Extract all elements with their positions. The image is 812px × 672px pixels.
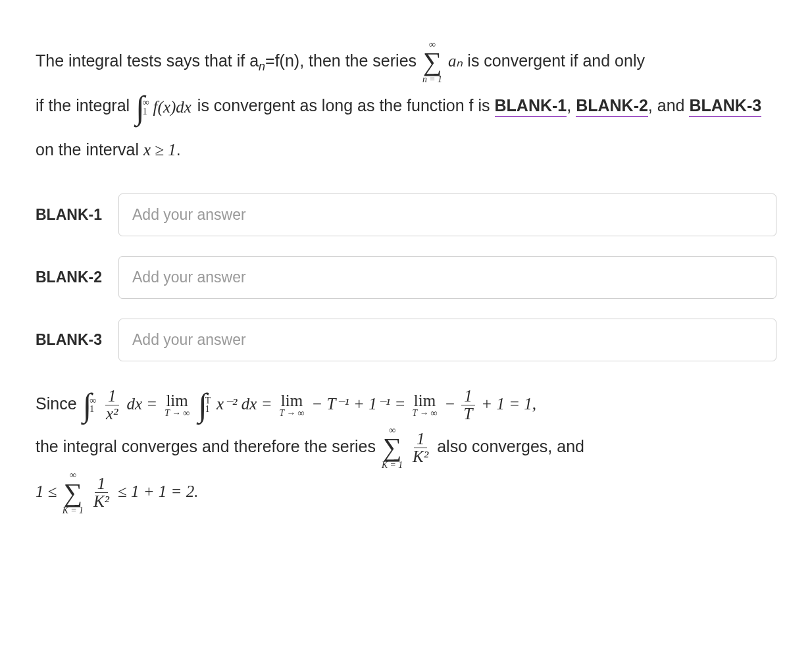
lim-label: lim	[166, 392, 188, 409]
sum-lower-bound: K = 1	[63, 506, 84, 515]
text-segment: if the integral	[36, 96, 134, 115]
text-segment: also converges, and	[437, 437, 584, 455]
summation-bound: ∞ ∑ K = 1	[63, 471, 84, 515]
integral-1-over-x2: ∫ ∞ 1	[82, 388, 96, 421]
lim-bound: T → ∞	[165, 409, 190, 418]
inequality-tail: ≤ 1 + 1 = 2.	[118, 482, 198, 500]
sigma-icon: ∑	[383, 434, 402, 461]
inequality-lead: 1 ≤	[36, 482, 61, 500]
text-segment: is convergent if and only	[467, 51, 645, 70]
interval-expression: x ≥ 1	[143, 141, 176, 159]
integral-x-neg2: ∫ T 1	[198, 388, 211, 421]
fraction-1-over-K2: 1 K²	[410, 430, 431, 466]
text-segment: is convergent as long as the function f …	[197, 96, 495, 115]
blank-1-reference: BLANK-1	[495, 96, 567, 117]
minus-sign: −	[444, 395, 459, 413]
text-segment: the integral converges and therefore the…	[36, 437, 380, 455]
denominator: x²	[103, 405, 121, 423]
blank-2-reference: BLANK-2	[576, 96, 648, 117]
lim-bound: T → ∞	[280, 409, 305, 418]
blank-3-label: BLANK-3	[36, 331, 118, 349]
sum-lower-bound: n = 1	[422, 75, 442, 84]
summation-1-over-k2: ∞ ∑ K = 1	[382, 426, 403, 471]
integral-icon: ∫	[82, 388, 91, 421]
fraction-1-over-K2-b: 1 K²	[91, 475, 112, 511]
limit-2: lim T → ∞	[280, 392, 305, 418]
integral-icon: ∫	[198, 388, 207, 421]
denominator: K²	[410, 448, 431, 465]
limit-3: lim T → ∞	[413, 392, 438, 418]
blank-2-label: BLANK-2	[36, 269, 118, 286]
text-segment: + 1 = 1,	[481, 395, 536, 413]
answer-row-blank-1: BLANK-1	[36, 194, 776, 236]
answers-section: BLANK-1 BLANK-2 BLANK-3	[36, 194, 776, 361]
sigma-icon: ∑	[423, 49, 442, 75]
integral-fx: ∫ ∞ 1 f(x)dx	[136, 86, 191, 128]
text-segment: , and	[648, 96, 690, 115]
text-segment: on the interval	[36, 140, 143, 159]
answer-row-blank-3: BLANK-3	[36, 319, 776, 361]
lim-label: lim	[414, 392, 436, 409]
denominator: T	[461, 405, 475, 423]
text-segment: − T⁻¹ + 1⁻¹ =	[311, 395, 409, 413]
blank-3-reference: BLANK-3	[689, 96, 761, 117]
blank-1-label: BLANK-1	[36, 206, 118, 224]
question-text: The integral tests says that if an=f(n),…	[36, 39, 776, 171]
solution-line-1: Since ∫ ∞ 1 1 x² dx = lim T → ∞ ∫ T	[36, 382, 776, 425]
solution-line-3: 1 ≤ ∞ ∑ K = 1 1 K² ≤ 1 + 1 = 2.	[36, 470, 776, 515]
text-segment: =f(n), then the series	[265, 51, 421, 70]
text-segment: dx =	[127, 395, 158, 413]
sum-lower-bound: K = 1	[382, 461, 403, 470]
blank-2-input[interactable]	[118, 256, 776, 299]
denominator: K²	[91, 493, 112, 510]
lim-label: lim	[281, 392, 303, 409]
numerator: 1	[414, 430, 428, 448]
text-segment: The integral tests says that if a	[36, 51, 259, 70]
answer-row-blank-2: BLANK-2	[36, 256, 776, 299]
blank-1-input[interactable]	[118, 194, 776, 236]
lim-bound: T → ∞	[413, 409, 438, 418]
solution-line-2: the integral converges and therefore the…	[36, 425, 776, 470]
sigma-icon: ∑	[64, 480, 83, 506]
summation-an: ∞ ∑ n = 1	[422, 40, 442, 85]
fraction-1-over-T: 1 T	[461, 388, 475, 423]
integral-icon: ∫	[136, 91, 145, 124]
blank-3-input[interactable]	[118, 319, 776, 361]
solution-text: Since ∫ ∞ 1 1 x² dx = lim T → ∞ ∫ T	[36, 382, 776, 515]
integrand: f(x)dx	[153, 86, 191, 128]
numerator: 1	[105, 388, 119, 405]
integrand-2: x⁻² dx =	[216, 395, 272, 413]
question-page: The integral tests says that if an=f(n),…	[0, 0, 812, 541]
subscript-n: n	[259, 60, 265, 73]
text-segment: Since	[36, 394, 81, 413]
sum-term: aₙ	[448, 52, 463, 70]
text-segment: ,	[567, 96, 576, 115]
numerator: 1	[95, 475, 109, 493]
text-segment: .	[176, 140, 181, 159]
limit-1: lim T → ∞	[165, 392, 190, 418]
numerator: 1	[461, 388, 475, 405]
fraction-1-over-x2: 1 x²	[103, 388, 121, 423]
